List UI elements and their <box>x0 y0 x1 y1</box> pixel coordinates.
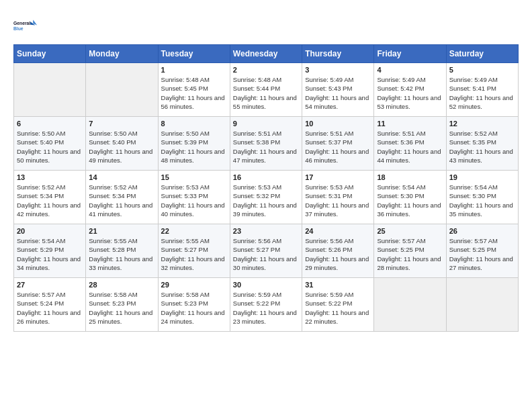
day-info: Sunrise: 5:51 AM Sunset: 5:37 PM Dayligh… <box>305 129 371 165</box>
day-info: Sunrise: 5:58 AM Sunset: 5:23 PM Dayligh… <box>89 290 154 326</box>
day-number: 14 <box>89 173 154 181</box>
calendar-cell: 13Sunrise: 5:52 AM Sunset: 5:34 PM Dayli… <box>14 171 86 224</box>
day-number: 28 <box>89 281 154 289</box>
day-number: 21 <box>89 227 154 235</box>
day-number: 27 <box>17 281 83 289</box>
svg-text:General: General <box>13 21 30 26</box>
logo: GeneralBlue <box>13 13 38 38</box>
day-info: Sunrise: 5:56 AM Sunset: 5:26 PM Dayligh… <box>305 236 371 272</box>
calendar-cell: 8Sunrise: 5:50 AM Sunset: 5:39 PM Daylig… <box>158 117 230 171</box>
col-header-wednesday: Wednesday <box>230 45 302 63</box>
day-info: Sunrise: 5:48 AM Sunset: 5:45 PM Dayligh… <box>161 75 227 111</box>
day-number: 26 <box>449 227 515 235</box>
calendar-cell: 11Sunrise: 5:51 AM Sunset: 5:36 PM Dayli… <box>374 117 446 171</box>
calendar-cell: 30Sunrise: 5:59 AM Sunset: 5:22 PM Dayli… <box>230 278 302 332</box>
day-info: Sunrise: 5:55 AM Sunset: 5:27 PM Dayligh… <box>161 236 227 272</box>
calendar-cell: 27Sunrise: 5:57 AM Sunset: 5:24 PM Dayli… <box>14 278 86 332</box>
day-info: Sunrise: 5:56 AM Sunset: 5:27 PM Dayligh… <box>233 236 299 272</box>
week-row-3: 13Sunrise: 5:52 AM Sunset: 5:34 PM Dayli… <box>14 171 519 224</box>
day-number: 16 <box>233 173 299 181</box>
col-header-tuesday: Tuesday <box>158 45 230 63</box>
day-number: 7 <box>89 120 154 128</box>
day-number: 13 <box>17 173 83 181</box>
calendar-cell: 29Sunrise: 5:58 AM Sunset: 5:23 PM Dayli… <box>158 278 230 332</box>
day-number: 22 <box>161 227 227 235</box>
calendar-cell: 20Sunrise: 5:54 AM Sunset: 5:29 PM Dayli… <box>14 224 86 278</box>
day-info: Sunrise: 5:52 AM Sunset: 5:34 PM Dayligh… <box>89 183 154 218</box>
calendar-cell: 17Sunrise: 5:53 AM Sunset: 5:31 PM Dayli… <box>302 171 374 224</box>
col-header-saturday: Saturday <box>446 45 518 63</box>
calendar-cell: 14Sunrise: 5:52 AM Sunset: 5:34 PM Dayli… <box>86 171 158 224</box>
calendar-cell: 3Sunrise: 5:49 AM Sunset: 5:43 PM Daylig… <box>302 63 374 117</box>
day-number: 3 <box>305 66 371 74</box>
day-info: Sunrise: 5:49 AM Sunset: 5:42 PM Dayligh… <box>377 75 443 111</box>
week-row-2: 6Sunrise: 5:50 AM Sunset: 5:40 PM Daylig… <box>14 117 519 171</box>
day-number: 15 <box>161 173 227 181</box>
day-info: Sunrise: 5:58 AM Sunset: 5:23 PM Dayligh… <box>161 290 227 326</box>
svg-text:Blue: Blue <box>13 26 24 31</box>
calendar-cell: 26Sunrise: 5:57 AM Sunset: 5:25 PM Dayli… <box>446 224 518 278</box>
day-info: Sunrise: 5:55 AM Sunset: 5:28 PM Dayligh… <box>89 236 154 272</box>
calendar-cell: 31Sunrise: 5:59 AM Sunset: 5:22 PM Dayli… <box>302 278 374 332</box>
day-number: 10 <box>305 120 371 128</box>
week-row-1: 1Sunrise: 5:48 AM Sunset: 5:45 PM Daylig… <box>14 63 519 117</box>
calendar-cell: 21Sunrise: 5:55 AM Sunset: 5:28 PM Dayli… <box>86 224 158 278</box>
day-info: Sunrise: 5:52 AM Sunset: 5:34 PM Dayligh… <box>17 183 83 218</box>
day-info: Sunrise: 5:53 AM Sunset: 5:32 PM Dayligh… <box>233 183 299 218</box>
day-number: 24 <box>305 227 371 235</box>
day-number: 20 <box>17 227 83 235</box>
calendar-cell: 18Sunrise: 5:54 AM Sunset: 5:30 PM Dayli… <box>374 171 446 224</box>
day-info: Sunrise: 5:57 AM Sunset: 5:25 PM Dayligh… <box>377 236 443 272</box>
day-number: 11 <box>377 120 443 128</box>
day-info: Sunrise: 5:53 AM Sunset: 5:33 PM Dayligh… <box>161 183 227 218</box>
calendar-cell: 22Sunrise: 5:55 AM Sunset: 5:27 PM Dayli… <box>158 224 230 278</box>
day-number: 23 <box>233 227 299 235</box>
calendar-cell <box>374 278 446 332</box>
day-number: 18 <box>377 173 443 181</box>
day-number: 6 <box>17 120 83 128</box>
calendar-cell: 9Sunrise: 5:51 AM Sunset: 5:38 PM Daylig… <box>230 117 302 171</box>
day-number: 4 <box>377 66 443 74</box>
day-info: Sunrise: 5:57 AM Sunset: 5:25 PM Dayligh… <box>449 236 515 272</box>
day-number: 8 <box>161 120 227 128</box>
day-number: 17 <box>305 173 371 181</box>
header-row: SundayMondayTuesdayWednesdayThursdayFrid… <box>14 45 519 63</box>
calendar-cell: 23Sunrise: 5:56 AM Sunset: 5:27 PM Dayli… <box>230 224 302 278</box>
day-info: Sunrise: 5:49 AM Sunset: 5:43 PM Dayligh… <box>305 75 371 111</box>
day-info: Sunrise: 5:59 AM Sunset: 5:22 PM Dayligh… <box>233 290 299 326</box>
day-number: 1 <box>161 66 227 74</box>
calendar-cell: 15Sunrise: 5:53 AM Sunset: 5:33 PM Dayli… <box>158 171 230 224</box>
day-info: Sunrise: 5:51 AM Sunset: 5:36 PM Dayligh… <box>377 129 443 165</box>
day-info: Sunrise: 5:57 AM Sunset: 5:24 PM Dayligh… <box>17 290 83 326</box>
week-row-4: 20Sunrise: 5:54 AM Sunset: 5:29 PM Dayli… <box>14 224 519 278</box>
page-header: GeneralBlue <box>13 13 519 38</box>
calendar-cell <box>446 278 518 332</box>
day-number: 9 <box>233 120 299 128</box>
calendar-cell: 16Sunrise: 5:53 AM Sunset: 5:32 PM Dayli… <box>230 171 302 224</box>
day-info: Sunrise: 5:48 AM Sunset: 5:44 PM Dayligh… <box>233 75 299 111</box>
week-row-5: 27Sunrise: 5:57 AM Sunset: 5:24 PM Dayli… <box>14 278 519 332</box>
day-info: Sunrise: 5:50 AM Sunset: 5:40 PM Dayligh… <box>17 129 83 165</box>
col-header-monday: Monday <box>86 45 158 63</box>
day-number: 5 <box>449 66 515 74</box>
calendar-cell: 12Sunrise: 5:52 AM Sunset: 5:35 PM Dayli… <box>446 117 518 171</box>
day-info: Sunrise: 5:53 AM Sunset: 5:31 PM Dayligh… <box>305 183 371 218</box>
day-info: Sunrise: 5:54 AM Sunset: 5:30 PM Dayligh… <box>449 183 515 218</box>
day-info: Sunrise: 5:50 AM Sunset: 5:39 PM Dayligh… <box>161 129 227 165</box>
calendar-cell <box>14 63 86 117</box>
calendar-cell: 7Sunrise: 5:50 AM Sunset: 5:40 PM Daylig… <box>86 117 158 171</box>
day-info: Sunrise: 5:54 AM Sunset: 5:30 PM Dayligh… <box>377 183 443 218</box>
day-number: 12 <box>449 120 515 128</box>
day-number: 30 <box>233 281 299 289</box>
day-number: 25 <box>377 227 443 235</box>
day-number: 2 <box>233 66 299 74</box>
calendar-cell <box>86 63 158 117</box>
day-info: Sunrise: 5:52 AM Sunset: 5:35 PM Dayligh… <box>449 129 515 165</box>
calendar-cell: 5Sunrise: 5:49 AM Sunset: 5:41 PM Daylig… <box>446 63 518 117</box>
calendar-cell: 25Sunrise: 5:57 AM Sunset: 5:25 PM Dayli… <box>374 224 446 278</box>
calendar-table: SundayMondayTuesdayWednesdayThursdayFrid… <box>13 44 519 332</box>
day-number: 29 <box>161 281 227 289</box>
day-info: Sunrise: 5:49 AM Sunset: 5:41 PM Dayligh… <box>449 75 515 111</box>
calendar-cell: 10Sunrise: 5:51 AM Sunset: 5:37 PM Dayli… <box>302 117 374 171</box>
day-info: Sunrise: 5:54 AM Sunset: 5:29 PM Dayligh… <box>17 236 83 272</box>
